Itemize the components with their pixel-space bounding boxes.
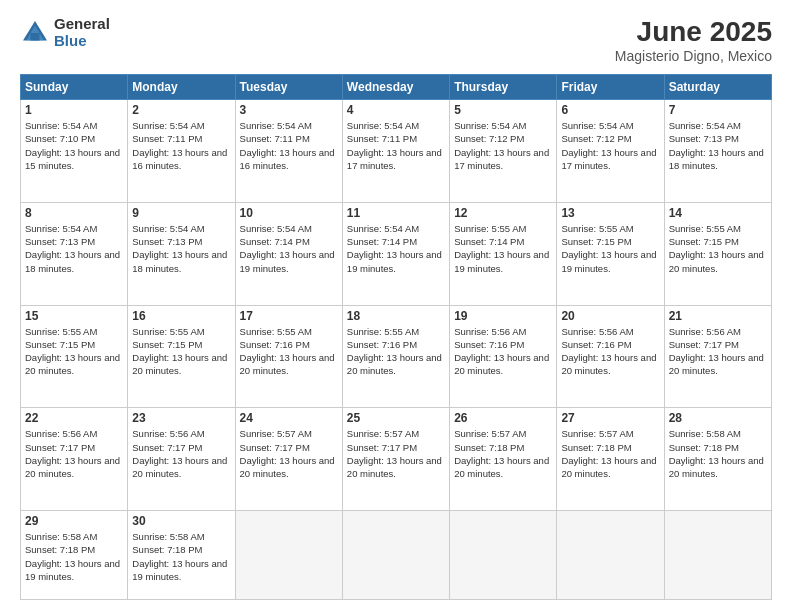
day-number: 25 bbox=[347, 411, 445, 425]
sunrise-label: Sunrise: 5:55 AM bbox=[240, 326, 312, 337]
day-number: 28 bbox=[669, 411, 767, 425]
day-number: 6 bbox=[561, 103, 659, 117]
table-row: 29 Sunrise: 5:58 AM Sunset: 7:18 PM Dayl… bbox=[21, 511, 128, 600]
table-row bbox=[342, 511, 449, 600]
day-info: Sunrise: 5:54 AM Sunset: 7:13 PM Dayligh… bbox=[669, 119, 767, 172]
daylight-label: Daylight: 13 hours and 20 minutes. bbox=[347, 352, 442, 376]
day-number: 16 bbox=[132, 309, 230, 323]
day-info: Sunrise: 5:57 AM Sunset: 7:18 PM Dayligh… bbox=[454, 427, 552, 480]
table-row: 16 Sunrise: 5:55 AM Sunset: 7:15 PM Dayl… bbox=[128, 305, 235, 408]
col-saturday: Saturday bbox=[664, 75, 771, 100]
sunrise-label: Sunrise: 5:54 AM bbox=[132, 223, 204, 234]
col-friday: Friday bbox=[557, 75, 664, 100]
day-number: 24 bbox=[240, 411, 338, 425]
day-info: Sunrise: 5:58 AM Sunset: 7:18 PM Dayligh… bbox=[132, 530, 230, 583]
logo-general-text: General bbox=[54, 16, 110, 33]
col-sunday: Sunday bbox=[21, 75, 128, 100]
sunset-label: Sunset: 7:18 PM bbox=[669, 442, 739, 453]
day-info: Sunrise: 5:56 AM Sunset: 7:17 PM Dayligh… bbox=[132, 427, 230, 480]
day-number: 13 bbox=[561, 206, 659, 220]
day-info: Sunrise: 5:56 AM Sunset: 7:16 PM Dayligh… bbox=[561, 325, 659, 378]
table-row: 8 Sunrise: 5:54 AM Sunset: 7:13 PM Dayli… bbox=[21, 202, 128, 305]
sunrise-label: Sunrise: 5:56 AM bbox=[132, 428, 204, 439]
sunrise-label: Sunrise: 5:58 AM bbox=[25, 531, 97, 542]
table-row: 17 Sunrise: 5:55 AM Sunset: 7:16 PM Dayl… bbox=[235, 305, 342, 408]
sunrise-label: Sunrise: 5:57 AM bbox=[454, 428, 526, 439]
daylight-label: Daylight: 13 hours and 20 minutes. bbox=[347, 455, 442, 479]
day-info: Sunrise: 5:57 AM Sunset: 7:18 PM Dayligh… bbox=[561, 427, 659, 480]
day-number: 30 bbox=[132, 514, 230, 528]
day-info: Sunrise: 5:55 AM Sunset: 7:15 PM Dayligh… bbox=[132, 325, 230, 378]
calendar-week-row: 29 Sunrise: 5:58 AM Sunset: 7:18 PM Dayl… bbox=[21, 511, 772, 600]
sunset-label: Sunset: 7:14 PM bbox=[454, 236, 524, 247]
table-row: 30 Sunrise: 5:58 AM Sunset: 7:18 PM Dayl… bbox=[128, 511, 235, 600]
daylight-label: Daylight: 13 hours and 20 minutes. bbox=[561, 352, 656, 376]
calendar-week-row: 15 Sunrise: 5:55 AM Sunset: 7:15 PM Dayl… bbox=[21, 305, 772, 408]
day-info: Sunrise: 5:56 AM Sunset: 7:16 PM Dayligh… bbox=[454, 325, 552, 378]
sunset-label: Sunset: 7:16 PM bbox=[240, 339, 310, 350]
daylight-label: Daylight: 13 hours and 20 minutes. bbox=[132, 455, 227, 479]
sunset-label: Sunset: 7:18 PM bbox=[132, 544, 202, 555]
day-info: Sunrise: 5:57 AM Sunset: 7:17 PM Dayligh… bbox=[240, 427, 338, 480]
table-row: 7 Sunrise: 5:54 AM Sunset: 7:13 PM Dayli… bbox=[664, 100, 771, 203]
table-row bbox=[450, 511, 557, 600]
logo-text: General Blue bbox=[54, 16, 110, 49]
day-info: Sunrise: 5:54 AM Sunset: 7:10 PM Dayligh… bbox=[25, 119, 123, 172]
daylight-label: Daylight: 13 hours and 20 minutes. bbox=[669, 455, 764, 479]
sunset-label: Sunset: 7:17 PM bbox=[240, 442, 310, 453]
table-row: 15 Sunrise: 5:55 AM Sunset: 7:15 PM Dayl… bbox=[21, 305, 128, 408]
daylight-label: Daylight: 13 hours and 19 minutes. bbox=[25, 558, 120, 582]
logo: General Blue bbox=[20, 16, 110, 49]
day-number: 22 bbox=[25, 411, 123, 425]
day-number: 19 bbox=[454, 309, 552, 323]
sunset-label: Sunset: 7:16 PM bbox=[347, 339, 417, 350]
sunrise-label: Sunrise: 5:54 AM bbox=[240, 223, 312, 234]
daylight-label: Daylight: 13 hours and 17 minutes. bbox=[347, 147, 442, 171]
table-row: 1 Sunrise: 5:54 AM Sunset: 7:10 PM Dayli… bbox=[21, 100, 128, 203]
table-row: 21 Sunrise: 5:56 AM Sunset: 7:17 PM Dayl… bbox=[664, 305, 771, 408]
sunset-label: Sunset: 7:15 PM bbox=[669, 236, 739, 247]
sunrise-label: Sunrise: 5:54 AM bbox=[347, 120, 419, 131]
day-number: 4 bbox=[347, 103, 445, 117]
col-monday: Monday bbox=[128, 75, 235, 100]
logo-icon bbox=[20, 18, 50, 48]
sunset-label: Sunset: 7:17 PM bbox=[669, 339, 739, 350]
col-wednesday: Wednesday bbox=[342, 75, 449, 100]
daylight-label: Daylight: 13 hours and 20 minutes. bbox=[132, 352, 227, 376]
sunset-label: Sunset: 7:13 PM bbox=[669, 133, 739, 144]
daylight-label: Daylight: 13 hours and 17 minutes. bbox=[561, 147, 656, 171]
daylight-label: Daylight: 13 hours and 20 minutes. bbox=[669, 352, 764, 376]
title-block: June 2025 Magisterio Digno, Mexico bbox=[615, 16, 772, 64]
daylight-label: Daylight: 13 hours and 20 minutes. bbox=[561, 455, 656, 479]
page: General Blue June 2025 Magisterio Digno,… bbox=[0, 0, 792, 612]
sunrise-label: Sunrise: 5:55 AM bbox=[454, 223, 526, 234]
calendar-week-row: 8 Sunrise: 5:54 AM Sunset: 7:13 PM Dayli… bbox=[21, 202, 772, 305]
table-row: 2 Sunrise: 5:54 AM Sunset: 7:11 PM Dayli… bbox=[128, 100, 235, 203]
day-info: Sunrise: 5:57 AM Sunset: 7:17 PM Dayligh… bbox=[347, 427, 445, 480]
sunrise-label: Sunrise: 5:54 AM bbox=[669, 120, 741, 131]
daylight-label: Daylight: 13 hours and 20 minutes. bbox=[25, 455, 120, 479]
day-number: 2 bbox=[132, 103, 230, 117]
sunset-label: Sunset: 7:11 PM bbox=[132, 133, 202, 144]
sunset-label: Sunset: 7:10 PM bbox=[25, 133, 95, 144]
day-info: Sunrise: 5:54 AM Sunset: 7:13 PM Dayligh… bbox=[25, 222, 123, 275]
day-info: Sunrise: 5:55 AM Sunset: 7:16 PM Dayligh… bbox=[347, 325, 445, 378]
day-number: 3 bbox=[240, 103, 338, 117]
sunrise-label: Sunrise: 5:55 AM bbox=[25, 326, 97, 337]
table-row: 14 Sunrise: 5:55 AM Sunset: 7:15 PM Dayl… bbox=[664, 202, 771, 305]
daylight-label: Daylight: 13 hours and 19 minutes. bbox=[561, 249, 656, 273]
sunrise-label: Sunrise: 5:54 AM bbox=[25, 223, 97, 234]
day-info: Sunrise: 5:54 AM Sunset: 7:13 PM Dayligh… bbox=[132, 222, 230, 275]
day-info: Sunrise: 5:54 AM Sunset: 7:12 PM Dayligh… bbox=[454, 119, 552, 172]
day-info: Sunrise: 5:56 AM Sunset: 7:17 PM Dayligh… bbox=[669, 325, 767, 378]
table-row: 12 Sunrise: 5:55 AM Sunset: 7:14 PM Dayl… bbox=[450, 202, 557, 305]
table-row: 3 Sunrise: 5:54 AM Sunset: 7:11 PM Dayli… bbox=[235, 100, 342, 203]
daylight-label: Daylight: 13 hours and 15 minutes. bbox=[25, 147, 120, 171]
sunset-label: Sunset: 7:16 PM bbox=[561, 339, 631, 350]
svg-rect-2 bbox=[31, 33, 40, 41]
day-number: 27 bbox=[561, 411, 659, 425]
table-row: 22 Sunrise: 5:56 AM Sunset: 7:17 PM Dayl… bbox=[21, 408, 128, 511]
day-number: 26 bbox=[454, 411, 552, 425]
sunset-label: Sunset: 7:12 PM bbox=[561, 133, 631, 144]
sunrise-label: Sunrise: 5:54 AM bbox=[347, 223, 419, 234]
